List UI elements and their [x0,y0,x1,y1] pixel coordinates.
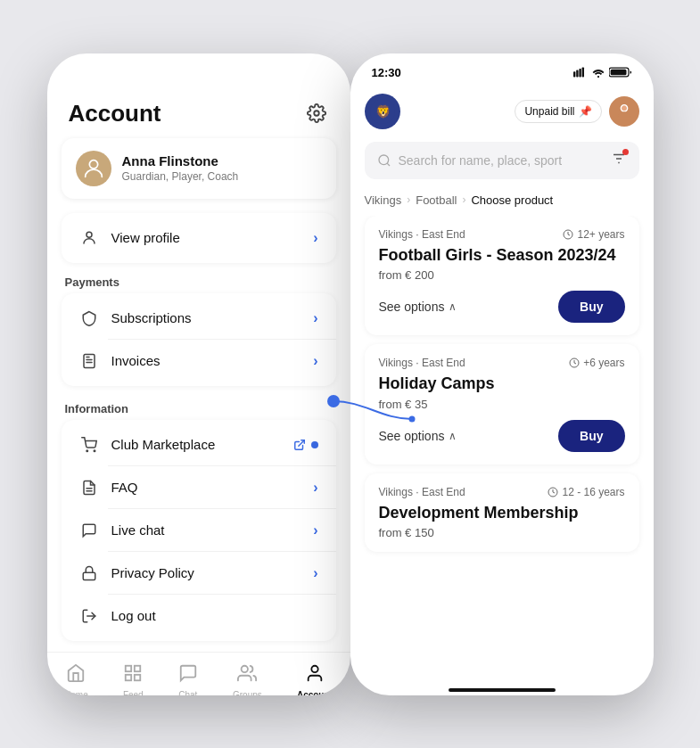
see-options-button[interactable]: See options ∧ [379,300,457,314]
payments-section: Subscriptions › Invoices › [62,293,336,386]
information-section: Club Marketplace [62,420,336,641]
svg-point-1 [89,160,97,168]
live-chat-item[interactable]: Live chat › [62,509,336,552]
status-icons [573,67,632,78]
breadcrumb: Vikings › Football › Choose product [350,188,654,216]
svg-rect-22 [573,71,575,77]
club-logo: 🦁 [365,94,400,129]
breadcrumb-separator: › [462,193,465,206]
buy-button[interactable]: Buy [558,420,624,452]
club-marketplace-item[interactable]: Club Marketplace [62,423,336,466]
subscriptions-label: Subscriptions [111,310,314,325]
nav-chat[interactable]: Chat [168,660,209,695]
profile-role: Guardian, Player, Coach [122,170,239,183]
search-bar[interactable]: Search for name, place, sport [365,142,639,179]
svg-rect-28 [610,70,626,76]
svg-rect-14 [126,665,131,670]
clock-icon [563,229,573,240]
product-title: Football Girls - Season 2023/24 [379,246,625,266]
view-profile-item[interactable]: View profile › [62,217,336,259]
chevron-right-icon: › [313,480,317,496]
pin-icon: 📌 [579,105,592,118]
buy-button[interactable]: Buy [558,291,624,323]
chevron-up-icon: ∧ [449,430,457,442]
privacy-policy-label: Privacy Policy [111,565,314,580]
svg-point-31 [621,104,627,111]
lock-icon [79,563,99,583]
chevron-right-icon: › [313,310,317,326]
faq-label: FAQ [111,480,314,495]
invoices-item[interactable]: Invoices › [62,340,336,382]
breadcrumb-item-choose-product[interactable]: Choose product [471,193,553,207]
status-time: 12:30 [372,66,401,79]
user-avatar[interactable] [609,96,639,127]
faq-item[interactable]: FAQ › [62,466,336,509]
logout-label: Log out [111,608,318,623]
breadcrumb-item-football[interactable]: Football [416,193,457,207]
products-list: Vikings · East End 12+ years Football Gi… [350,216,654,683]
see-options-button[interactable]: See options ∧ [379,429,457,443]
product-meta: Vikings · East End 12+ years [379,228,625,241]
svg-rect-17 [135,674,140,679]
svg-point-8 [94,450,95,452]
unpaid-bill-badge[interactable]: Unpaid bill 📌 [515,100,601,123]
chevron-right-icon: › [313,353,317,369]
status-bar: 12:30 [350,53,654,86]
nav-home[interactable]: Home [54,660,99,695]
svg-point-26 [597,76,598,78]
filter-notification-dot [622,149,629,155]
header-right: Unpaid bill 📌 [515,96,638,127]
invoices-label: Invoices [111,353,314,368]
chevron-right-icon: › [313,230,317,246]
avatar [76,151,111,186]
search-icon [377,153,391,168]
nav-chat-label: Chat [178,690,197,695]
nav-groups[interactable]: Groups [222,660,273,695]
svg-point-32 [379,155,389,165]
invoice-icon [79,351,99,371]
svg-rect-24 [579,69,581,78]
product-price-partial: from € 150 [379,526,625,539]
logout-item[interactable]: Log out [62,595,336,637]
product-org: Vikings · East End [379,486,465,498]
product-age: 12 - 16 years [548,486,624,498]
clock-icon [569,358,580,368]
privacy-policy-item[interactable]: Privacy Policy › [62,552,336,595]
nav-account[interactable]: Account [286,660,343,695]
svg-point-18 [242,665,248,671]
chevron-right-icon: › [313,565,317,581]
svg-rect-25 [581,67,583,77]
shield-icon [79,308,99,328]
chat-nav-icon [178,663,198,687]
product-price: from € 35 [379,398,625,411]
svg-text:🦁: 🦁 [375,103,391,119]
chevron-right-icon: › [313,522,317,538]
chat-icon [79,521,99,540]
filter-button[interactable] [611,151,627,170]
svg-point-0 [314,111,319,116]
right-header: 🦁 Unpaid bill 📌 [350,86,654,138]
product-actions: See options ∧ Buy [379,420,625,452]
gear-icon[interactable] [304,101,329,126]
nav-feed[interactable]: Feed [112,660,154,695]
product-title: Holiday Camps [379,374,625,394]
view-profile-section: View profile › [62,213,336,263]
search-placeholder: Search for name, place, sport [399,153,604,168]
information-section-label: Information [65,402,129,415]
breadcrumb-separator: › [407,193,410,206]
subscriptions-item[interactable]: Subscriptions › [62,297,336,340]
see-options-label: See options [379,300,445,314]
profile-card: Anna Flinstone Guardian, Player, Coach [62,138,336,199]
faq-icon [79,478,99,497]
product-meta: Vikings · East End +6 years [379,357,625,369]
product-price: from € 200 [379,268,625,282]
view-profile-label: View profile [111,230,314,245]
clock-icon [548,487,558,497]
cart-icon [79,435,99,455]
product-age: +6 years [569,357,624,369]
svg-line-33 [387,163,390,166]
product-card-development: Vikings · East End 12 - 16 years Develop… [365,473,639,553]
nav-home-label: Home [64,690,88,695]
breadcrumb-item-vikings[interactable]: Vikings [365,193,402,207]
page-title: Account [69,100,161,127]
